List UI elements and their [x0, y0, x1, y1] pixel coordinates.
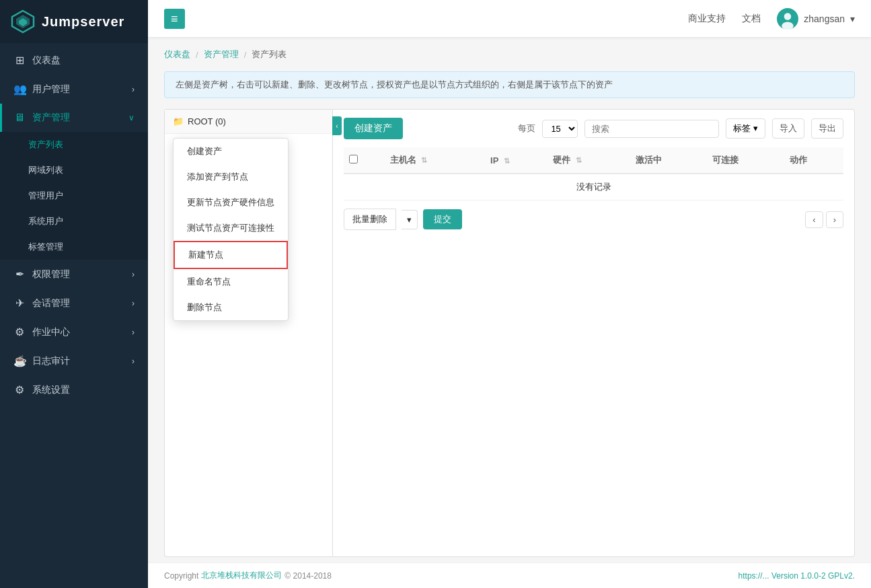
sidebar-logo-text: Jumpserver	[42, 14, 124, 30]
footer-copyright: Copyright	[164, 571, 198, 581]
sidebar-item-label: 作业中心	[32, 326, 70, 338]
batch-delete-button[interactable]: 批量删除	[344, 209, 396, 230]
batch-dropdown-button[interactable]: ▾	[402, 210, 418, 229]
breadcrumb: 仪表盘 / 资产管理 / 资产列表	[148, 38, 871, 66]
jumpserver-logo-icon	[11, 9, 35, 34]
sidebar-sub-item-domain-list[interactable]: 网域列表	[0, 157, 148, 183]
context-menu-create-asset[interactable]: 创建资产	[174, 139, 288, 164]
chevron-right-icon: ›	[132, 85, 135, 94]
hostname-sort-icon[interactable]: ⇅	[421, 156, 427, 164]
pagination: ‹ ›	[805, 211, 843, 228]
per-page-select[interactable]: 15 25 50	[542, 120, 578, 138]
context-menu-test-connectivity[interactable]: 测试节点资产可连接性	[174, 215, 288, 241]
create-asset-button[interactable]: 创建资产	[344, 118, 403, 139]
user-avatar	[777, 8, 798, 30]
sidebar-item-dashboard[interactable]: ⊞ 仪表盘	[0, 46, 148, 75]
breadcrumb-current: 资产列表	[252, 48, 287, 61]
hardware-sort-icon[interactable]: ⇅	[576, 156, 582, 164]
sidebar-item-task-center[interactable]: ⚙ 作业中心 ›	[0, 318, 148, 346]
sidebar-sub-item-system-user[interactable]: 系统用户	[0, 209, 148, 234]
breadcrumb-sep-2: /	[244, 50, 247, 60]
task-icon: ⚙	[13, 326, 26, 338]
sidebar-item-permission-management[interactable]: ✒ 权限管理 ›	[0, 260, 148, 289]
log-icon: ☕	[13, 355, 26, 367]
tree-panel: 📁 ROOT (0) 创建资产 添加资产到节点 更新节点资产硬件信息 测	[164, 109, 332, 557]
docs-link[interactable]: 文档	[742, 13, 761, 25]
sidebar-item-asset-management[interactable]: 🖥 资产管理 ∨	[0, 104, 148, 132]
footer-version: https://... Version 1.0.0-2 GPLv2.	[739, 571, 855, 581]
chevron-right-icon: ›	[132, 357, 135, 366]
per-page-label: 每页	[518, 122, 535, 135]
asset-area: 📁 ROOT (0) 创建资产 添加资产到节点 更新节点资产硬件信息 测	[164, 109, 855, 557]
tree-root-node[interactable]: 📁 ROOT (0)	[165, 110, 332, 134]
table-header-ip: IP ⇅	[485, 147, 547, 174]
menu-toggle-button[interactable]: ≡	[164, 9, 185, 29]
export-button[interactable]: 导出	[811, 118, 843, 139]
tree-root-label: ROOT (0)	[188, 116, 226, 126]
sidebar-item-label: 日志审计	[32, 355, 70, 367]
sidebar-item-label: 权限管理	[32, 268, 70, 281]
no-record-text: 没有记录	[344, 174, 843, 200]
sidebar-logo: Jumpserver	[0, 0, 148, 43]
context-menu-delete-node[interactable]: 删除节点	[174, 295, 288, 320]
breadcrumb-dashboard[interactable]: 仪表盘	[164, 48, 190, 61]
page-content: 仪表盘 / 资产管理 / 资产列表 左侧是资产树，右击可以新建、删除、更改树节点…	[148, 38, 871, 588]
settings-icon: ⚙	[13, 383, 26, 396]
sidebar-sub-item-tag-management[interactable]: 标签管理	[0, 234, 148, 260]
footer-years: © 2014-2018	[285, 571, 332, 581]
business-support-link[interactable]: 商业支持	[688, 13, 726, 25]
chevron-right-icon: ›	[132, 299, 135, 308]
sidebar-item-label: 资产管理	[32, 112, 70, 124]
footer-company-link[interactable]: 北京堆栈科技有限公司	[201, 570, 282, 581]
username-label: zhangsan	[804, 13, 845, 24]
info-banner-text: 左侧是资产树，右击可以新建、删除、更改树节点，授权资产也是以节点方式组织的，右侧…	[176, 79, 613, 89]
context-menu-update-hardware[interactable]: 更新节点资产硬件信息	[174, 190, 288, 215]
avatar-icon	[778, 8, 797, 30]
import-button[interactable]: 导入	[772, 118, 804, 139]
bottom-toolbar: 批量删除 ▾ 提交 ‹ ›	[344, 209, 843, 230]
sidebar-item-system-settings[interactable]: ⚙ 系统设置	[0, 375, 148, 404]
context-menu-rename-node[interactable]: 重命名节点	[174, 269, 288, 295]
table-header-checkbox	[344, 147, 385, 174]
asset-table: 主机名 ⇅ IP ⇅ 硬件 ⇅	[344, 147, 843, 200]
sidebar-item-user-management[interactable]: 👥 用户管理 ›	[0, 75, 148, 104]
search-input[interactable]	[584, 120, 719, 138]
svg-point-4	[784, 13, 792, 20]
next-page-button[interactable]: ›	[826, 211, 843, 228]
breadcrumb-asset-management[interactable]: 资产管理	[204, 48, 239, 61]
context-menu-new-node[interactable]: 新建节点	[174, 241, 288, 269]
sidebar-nav: ⊞ 仪表盘 👥 用户管理 › 🖥 资产管理 ∨ 资产列表 网域列表 管理用户	[0, 43, 148, 588]
asset-icon: 🖥	[13, 112, 26, 124]
table-header-hostname: 主机名 ⇅	[385, 147, 486, 174]
tree-collapse-button[interactable]: ‹	[332, 116, 342, 135]
sidebar: Jumpserver ⊞ 仪表盘 👥 用户管理 › 🖥 资产管理 ∨ 资产列表 …	[0, 0, 148, 588]
sidebar-sub-item-admin-user[interactable]: 管理用户	[0, 183, 148, 209]
table-header-row: 主机名 ⇅ IP ⇅ 硬件 ⇅	[344, 147, 843, 174]
context-menu: 创建资产 添加资产到节点 更新节点资产硬件信息 测试节点资产可连接性 新建节点	[173, 138, 289, 321]
topbar-links: 商业支持 文档 zhangsan ▾	[688, 8, 855, 30]
dropdown-caret-icon: ▾	[407, 215, 412, 225]
table-header-connectable: 可连接	[707, 147, 784, 174]
submit-button[interactable]: 提交	[423, 209, 462, 229]
user-dropdown-icon: ▾	[850, 13, 855, 24]
folder-icon: 📁	[173, 116, 184, 126]
user-menu[interactable]: zhangsan ▾	[777, 8, 855, 30]
tag-filter-button[interactable]: 标签 ▾	[726, 118, 765, 139]
table-empty-row: 没有记录	[344, 174, 843, 200]
footer: Copyright 北京堆栈科技有限公司 © 2014-2018 https:/…	[148, 562, 871, 588]
session-icon: ✈	[13, 297, 26, 309]
chevron-down-icon: ∨	[128, 113, 135, 122]
select-all-checkbox[interactable]	[349, 155, 358, 163]
sidebar-item-label: 会话管理	[32, 297, 70, 309]
ip-sort-icon[interactable]: ⇅	[504, 157, 510, 165]
sidebar-item-log-audit[interactable]: ☕ 日志审计 ›	[0, 346, 148, 375]
main-area: ≡ 商业支持 文档 zhangsan ▾ 仪表盘 /	[148, 0, 871, 588]
sidebar-item-label: 仪表盘	[32, 54, 61, 67]
table-panel: 创建资产 每页 15 25 50 标签 ▾ 导入 导出	[332, 109, 855, 557]
sidebar-item-session-management[interactable]: ✈ 会话管理 ›	[0, 289, 148, 318]
sidebar-sub-item-asset-list[interactable]: 资产列表	[0, 132, 148, 157]
prev-page-button[interactable]: ‹	[805, 211, 823, 228]
table-header-active: 激活中	[630, 147, 708, 174]
table-toolbar: 创建资产 每页 15 25 50 标签 ▾ 导入 导出	[344, 118, 843, 139]
context-menu-add-asset-to-node[interactable]: 添加资产到节点	[174, 164, 288, 190]
